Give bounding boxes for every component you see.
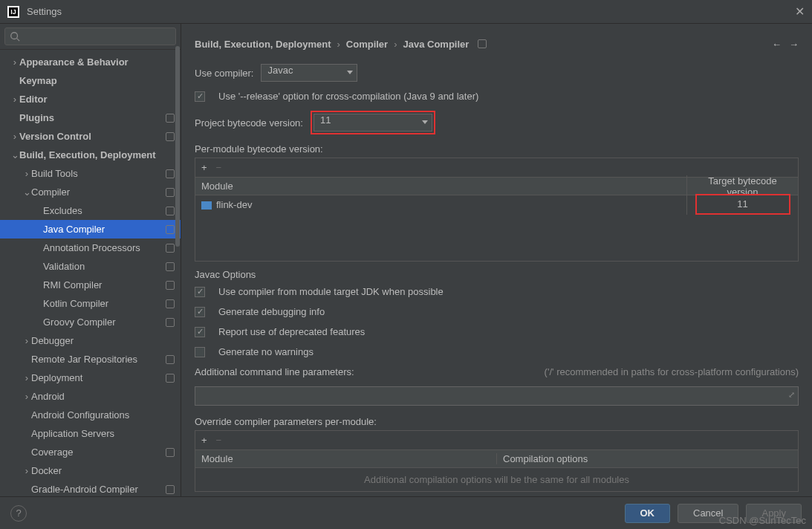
search-icon — [10, 31, 20, 42]
tree-item-label: Android Configurations — [31, 409, 175, 421]
override-table: + − Module Compilation options Additiona… — [195, 430, 799, 492]
tree-item-rmi-compiler[interactable]: RMI Compiler — [0, 276, 181, 294]
deprecated-label: Report use of deprecated features — [218, 326, 365, 337]
tree-item-label: Version Control — [19, 131, 163, 142]
tree-item-appearance-behavior[interactable]: ›Appearance & Behavior — [0, 53, 181, 71]
scope-badge-icon — [166, 207, 175, 215]
crumb-1: Build, Execution, Deployment — [195, 39, 331, 50]
chevron-right-icon: › — [337, 39, 340, 50]
chevron-down-icon: ⌄ — [22, 186, 31, 198]
scope-badge-icon — [166, 485, 175, 494]
module-name: flink-dev — [216, 199, 252, 210]
dialog-footer: ? OK Cancel Apply — [0, 496, 812, 529]
scope-badge-icon — [166, 448, 175, 457]
svg-line-1 — [17, 39, 20, 42]
tree-item-docker[interactable]: ›Docker — [0, 461, 181, 480]
override-col-options: Compilation options — [496, 453, 798, 464]
settings-tree: ›Appearance & BehaviorKeymap›EditorPlugi… — [0, 50, 181, 496]
tree-item-version-control[interactable]: ›Version Control — [0, 127, 181, 146]
scope-badge-icon — [166, 374, 175, 383]
tree-item-debugger[interactable]: ›Debugger — [0, 331, 181, 350]
tree-item-compiler[interactable]: ⌄Compiler — [0, 183, 181, 201]
search-input[interactable] — [4, 27, 176, 45]
deprecated-checkbox[interactable] — [195, 327, 205, 337]
expand-icon[interactable]: ⤢ — [788, 390, 795, 400]
close-icon[interactable]: ✕ — [795, 4, 805, 19]
scope-badge-icon — [166, 281, 175, 290]
highlight-box: 11 — [311, 111, 435, 134]
scope-badge-icon — [166, 188, 175, 197]
debug-info-label: Generate debugging info — [218, 306, 325, 317]
project-bytecode-label: Project bytecode version: — [195, 117, 303, 129]
javac-options-title: Javac Options — [195, 269, 799, 280]
ok-button[interactable]: OK — [625, 504, 671, 523]
scope-badge-icon — [166, 114, 175, 123]
tree-item-label: Deployment — [31, 372, 163, 383]
tree-item-coverage[interactable]: Coverage — [0, 443, 181, 461]
tree-item-gradle-android-compiler[interactable]: Gradle-Android Compiler — [0, 480, 181, 496]
tree-item-java-compiler[interactable]: Java Compiler — [0, 220, 181, 238]
svg-point-0 — [11, 33, 18, 39]
add-icon[interactable]: + — [201, 162, 207, 173]
add-icon[interactable]: + — [201, 435, 207, 446]
tree-item-remote-jar-repositories[interactable]: Remote Jar Repositories — [0, 350, 181, 369]
tree-item-annotation-processors[interactable]: Annotation Processors — [0, 238, 181, 257]
scope-badge-icon — [166, 262, 175, 271]
tree-item-label: Debugger — [31, 335, 175, 346]
tree-item-label: Java Compiler — [43, 224, 163, 235]
table-row[interactable]: flink-dev 11 — [195, 195, 798, 213]
chevron-right-icon: › — [10, 94, 19, 105]
tree-item-label: Docker — [31, 465, 175, 476]
scope-badge-icon — [166, 299, 175, 308]
tree-item-label: Android — [31, 391, 175, 402]
tree-item-plugins[interactable]: Plugins — [0, 108, 181, 127]
tree-item-groovy-compiler[interactable]: Groovy Compiler — [0, 313, 181, 331]
chevron-right-icon: › — [22, 465, 31, 476]
tree-item-label: Plugins — [19, 112, 163, 123]
release-option-checkbox[interactable] — [195, 91, 205, 102]
tree-item-editor[interactable]: ›Editor — [0, 90, 181, 108]
remove-icon[interactable]: − — [216, 162, 222, 173]
add-params-input[interactable]: ⤢ — [195, 386, 799, 406]
remove-icon[interactable]: − — [216, 435, 222, 446]
debug-info-checkbox[interactable] — [195, 307, 205, 317]
tree-item-label: Application Servers — [31, 428, 175, 439]
use-compiler-select[interactable]: Javac — [261, 64, 357, 82]
forward-icon[interactable]: → — [789, 39, 799, 50]
tree-item-label: Remote Jar Repositories — [31, 354, 163, 365]
chevron-down-icon: ⌄ — [10, 149, 19, 160]
crumb-3: Java Compiler — [403, 39, 470, 50]
add-params-hint: ('/' recommended in paths for cross-plat… — [545, 366, 799, 377]
tree-item-label: Build Tools — [31, 168, 163, 179]
tree-item-label: Coverage — [31, 447, 163, 458]
tree-item-excludes[interactable]: Excludes — [0, 201, 181, 220]
apply-button[interactable]: Apply — [746, 504, 802, 523]
tree-item-kotlin-compiler[interactable]: Kotlin Compiler — [0, 294, 181, 313]
tree-item-application-servers[interactable]: Application Servers — [0, 424, 181, 443]
sidebar-scrollbar[interactable] — [175, 46, 181, 496]
tree-item-android[interactable]: ›Android — [0, 387, 181, 406]
app-icon: IJ — [7, 6, 19, 18]
no-warnings-checkbox[interactable] — [195, 347, 205, 357]
use-module-jdk-checkbox[interactable] — [195, 287, 205, 297]
tree-item-build-tools[interactable]: ›Build Tools — [0, 164, 181, 183]
tree-item-keymap[interactable]: Keymap — [0, 71, 181, 90]
chevron-right-icon: › — [22, 335, 31, 346]
back-icon[interactable]: ← — [772, 39, 782, 50]
override-col-module: Module — [195, 453, 496, 464]
tree-item-deployment[interactable]: ›Deployment — [0, 369, 181, 387]
override-label: Override compiler parameters per-module: — [195, 416, 799, 427]
cancel-button[interactable]: Cancel — [678, 504, 738, 523]
project-bytecode-select[interactable]: 11 — [314, 114, 432, 132]
tree-item-label: Appearance & Behavior — [19, 56, 175, 68]
crumb-2: Compiler — [346, 39, 388, 50]
tree-item-validation[interactable]: Validation — [0, 257, 181, 276]
module-icon — [201, 201, 212, 210]
scope-badge-icon — [478, 39, 487, 48]
release-option-label: Use '--release' option for cross-compila… — [218, 91, 478, 102]
tree-item-label: Keymap — [19, 75, 175, 86]
tree-item-build-execution-deployment[interactable]: ⌄Build, Execution, Deployment — [0, 146, 181, 164]
help-icon[interactable]: ? — [10, 505, 27, 522]
tree-item-android-configurations[interactable]: Android Configurations — [0, 406, 181, 424]
no-warnings-label: Generate no warnings — [218, 346, 314, 357]
